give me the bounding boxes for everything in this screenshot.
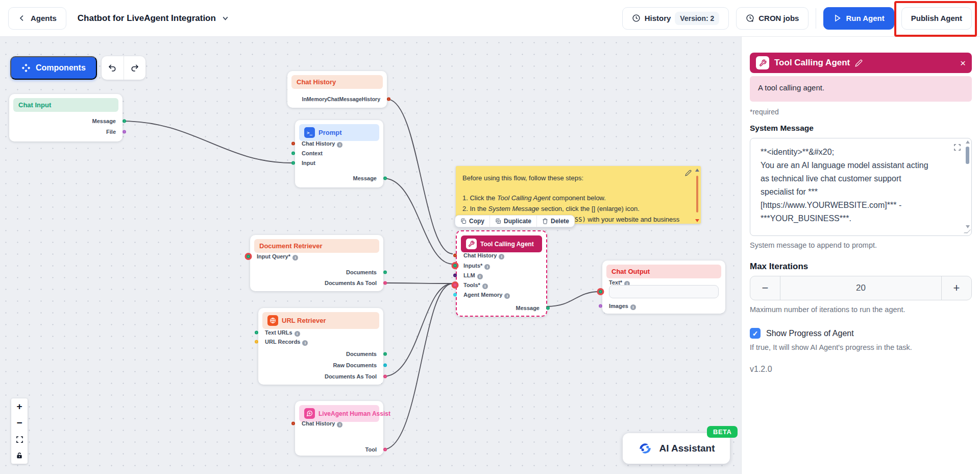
node-tool-calling-agent[interactable]: Tool Calling Agent Chat Historyi Inputs*… bbox=[456, 230, 547, 317]
port-tca-agentmemory[interactable] bbox=[453, 293, 457, 297]
info-icon[interactable]: i bbox=[482, 283, 488, 289]
node-liveagent-human-assist[interactable]: LiveAgent Human Assist Chat Historyi Too… bbox=[295, 401, 383, 456]
port-urlret-docsastool[interactable] bbox=[383, 375, 387, 378]
port-prompt-chathistory[interactable] bbox=[291, 142, 295, 146]
system-message-textarea[interactable]: **<identity>**&#x20; You are an AI langu… bbox=[750, 138, 972, 236]
port-urlret-rawdocuments[interactable] bbox=[383, 364, 387, 367]
port-chathistory-out[interactable] bbox=[387, 98, 390, 101]
zoom-out-button[interactable]: − bbox=[11, 415, 28, 431]
port-tca-tools[interactable] bbox=[453, 283, 457, 287]
port-urlret-urlrecords[interactable] bbox=[255, 340, 258, 344]
run-agent-button[interactable]: Run Agent bbox=[823, 7, 894, 30]
edge-prompt-agent bbox=[383, 178, 453, 264]
note-line-2: 1. Click the bbox=[462, 194, 497, 202]
port-chatoutput-images[interactable] bbox=[599, 304, 602, 308]
history-button[interactable]: History Version: 2 bbox=[622, 7, 729, 30]
chat-output-text-field[interactable] bbox=[609, 285, 719, 298]
note-duplicate-label: Duplicate bbox=[504, 218, 531, 225]
port-tca-llm[interactable] bbox=[453, 274, 457, 277]
info-icon[interactable]: i bbox=[477, 274, 483, 279]
panel-header: Tool Calling Agent × bbox=[750, 53, 972, 73]
port-tca-chathistory[interactable] bbox=[453, 254, 457, 257]
info-icon[interactable]: i bbox=[630, 304, 636, 310]
note-scroll-down-icon[interactable] bbox=[695, 219, 699, 222]
note-copy-button[interactable]: Copy bbox=[455, 216, 489, 227]
copy-icon bbox=[460, 218, 467, 224]
port-docret-documents[interactable] bbox=[383, 271, 387, 274]
stepper-increment-button[interactable]: + bbox=[942, 276, 971, 300]
port-docret-docsastool[interactable] bbox=[383, 281, 387, 285]
show-progress-checkbox[interactable]: ✓ bbox=[750, 328, 761, 339]
port-label: LLM bbox=[463, 272, 475, 278]
node-chat-output[interactable]: Chat Output Text*i Imagesi bbox=[602, 260, 725, 314]
agent-title-dropdown[interactable]: Chatbot for LiveAgent Integration bbox=[78, 13, 230, 23]
info-icon[interactable]: i bbox=[504, 293, 510, 299]
components-button[interactable]: Components bbox=[10, 56, 97, 80]
port-label: Chat History bbox=[302, 140, 335, 147]
flow-canvas[interactable]: Components Chat Input Message File Chat … bbox=[0, 37, 741, 474]
port-chatoutput-text[interactable] bbox=[599, 290, 602, 294]
textarea-scroll-down-icon[interactable] bbox=[966, 225, 970, 228]
page-title: Chatbot for LiveAgent Integration bbox=[78, 13, 216, 23]
info-icon[interactable]: i bbox=[295, 331, 300, 337]
note-scroll-thumb[interactable] bbox=[696, 176, 698, 212]
textarea-scroll-up-icon[interactable] bbox=[966, 140, 970, 144]
port-chatinput-file[interactable] bbox=[122, 130, 126, 134]
note-scrollbar[interactable] bbox=[695, 168, 700, 222]
info-icon[interactable]: i bbox=[484, 264, 490, 270]
system-message-value: **<identity>**&#x20; You are an AI langu… bbox=[761, 146, 934, 225]
port-urlret-documents[interactable] bbox=[383, 352, 387, 356]
cron-jobs-button[interactable]: CRON jobs bbox=[736, 7, 808, 30]
lock-button[interactable] bbox=[11, 447, 28, 464]
fit-view-button[interactable] bbox=[11, 431, 28, 447]
note-line-1: Before using this flow, follow these ste… bbox=[462, 174, 583, 182]
panel-edit-pencil-icon[interactable] bbox=[855, 59, 863, 67]
zoom-in-button[interactable]: + bbox=[11, 398, 28, 415]
required-note: *required bbox=[750, 108, 972, 116]
info-icon[interactable]: i bbox=[302, 340, 308, 346]
port-liveagent-tool[interactable] bbox=[383, 448, 387, 452]
port-docret-inputquery[interactable] bbox=[247, 255, 250, 258]
play-icon bbox=[833, 14, 842, 22]
canvas-controls: + − bbox=[11, 398, 28, 464]
info-icon[interactable]: i bbox=[499, 254, 504, 259]
port-tca-message[interactable] bbox=[546, 306, 550, 310]
port-prompt-message[interactable] bbox=[383, 177, 387, 180]
panel-close-icon[interactable]: × bbox=[960, 58, 966, 68]
port-tca-inputs[interactable] bbox=[453, 264, 457, 268]
node-document-retriever[interactable]: Document Retriever Input Query*i Documen… bbox=[250, 235, 383, 291]
port-label: Raw Documents bbox=[333, 362, 377, 368]
redo-icon bbox=[130, 63, 139, 73]
port-liveagent-chathistory[interactable] bbox=[291, 422, 295, 425]
note-scroll-up-icon[interactable] bbox=[695, 169, 699, 172]
back-chevron-icon bbox=[18, 14, 27, 22]
info-icon[interactable]: i bbox=[337, 142, 342, 148]
textarea-scrollbar[interactable] bbox=[965, 139, 970, 234]
undo-button[interactable] bbox=[102, 56, 124, 80]
liveagent-chat-icon bbox=[304, 408, 315, 419]
publish-agent-button[interactable]: Publish Agent bbox=[901, 7, 972, 30]
redo-button[interactable] bbox=[124, 56, 146, 80]
stepper-decrement-button[interactable]: − bbox=[750, 276, 780, 300]
port-prompt-input[interactable] bbox=[291, 161, 295, 165]
node-chat-history[interactable]: Chat History InMemoryChatMessageHistory bbox=[287, 71, 387, 108]
component-version: v1.2.0 bbox=[750, 365, 972, 374]
max-iterations-value[interactable]: 20 bbox=[780, 276, 942, 300]
node-url-retriever[interactable]: URL Retriever Text URLsi URL Recordsi Do… bbox=[258, 308, 383, 385]
note-duplicate-button[interactable]: Duplicate bbox=[489, 216, 536, 227]
textarea-scroll-thumb[interactable] bbox=[966, 147, 969, 164]
minus-icon: − bbox=[762, 281, 769, 295]
expand-icon[interactable] bbox=[953, 144, 961, 151]
top-bar: Agents Chatbot for LiveAgent Integration… bbox=[0, 0, 980, 37]
note-delete-button[interactable]: Delete bbox=[536, 216, 574, 227]
ai-assistant-button[interactable]: AI Assistant bbox=[623, 433, 730, 464]
info-icon[interactable]: i bbox=[337, 422, 342, 428]
node-chat-input[interactable]: Chat Input Message File bbox=[9, 94, 122, 141]
node-prompt[interactable]: >_ Prompt Chat Historyi Context Input Me… bbox=[295, 120, 383, 187]
port-prompt-context[interactable] bbox=[291, 152, 295, 155]
back-to-agents-button[interactable]: Agents bbox=[8, 7, 66, 30]
info-icon[interactable]: i bbox=[292, 255, 298, 260]
port-chatinput-message[interactable] bbox=[122, 120, 126, 123]
delete-icon bbox=[542, 218, 548, 224]
port-urlret-texturls[interactable] bbox=[255, 331, 258, 335]
